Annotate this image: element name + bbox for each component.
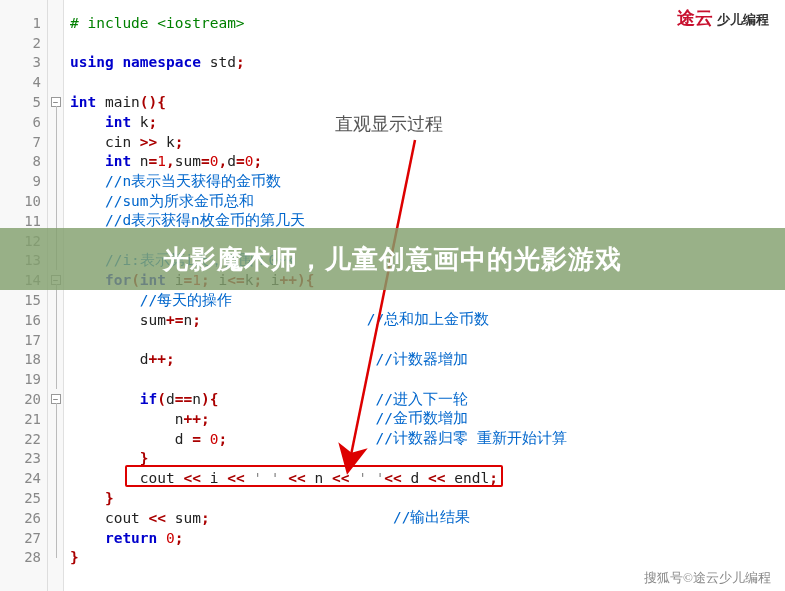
token-id: sum — [175, 153, 201, 169]
token-id: sum — [70, 312, 166, 328]
fold-cell — [48, 152, 63, 172]
token-op: } — [70, 549, 79, 565]
code-line[interactable]: return 0; — [64, 528, 785, 548]
code-line[interactable]: //每天的操作 — [64, 290, 785, 310]
line-number: 7 — [0, 132, 47, 152]
token-id: n — [184, 312, 193, 328]
fold-cell — [48, 290, 63, 310]
fold-cell — [48, 350, 63, 370]
token-op: = — [236, 153, 245, 169]
line-number: 5 — [0, 92, 47, 112]
line-number: 24 — [0, 468, 47, 488]
token-pp: # include <iostream> — [70, 15, 245, 31]
token-id — [201, 312, 367, 328]
code-line[interactable]: } — [64, 488, 785, 508]
overlay-title: 光影魔术师，儿童创意画中的光影游戏 — [163, 242, 622, 277]
line-number: 28 — [0, 548, 47, 568]
token-op: ; — [149, 114, 158, 130]
token-id: d — [70, 431, 192, 447]
fold-cell — [48, 330, 63, 350]
line-number: 6 — [0, 112, 47, 132]
line-number: 19 — [0, 369, 47, 389]
token-id — [70, 391, 140, 407]
line-number: 20 — [0, 389, 47, 409]
fold-column: −−− — [48, 0, 64, 591]
watermark-text: 搜狐号©途云少儿编程 — [644, 569, 771, 587]
code-line[interactable]: using namespace std; — [64, 53, 785, 73]
line-number: 8 — [0, 152, 47, 172]
code-line[interactable] — [64, 369, 785, 389]
line-number: 1 — [0, 13, 47, 33]
line-number: 2 — [0, 33, 47, 53]
token-id — [210, 510, 393, 526]
token-op: ++; — [149, 351, 175, 367]
token-id: n — [70, 411, 184, 427]
code-line[interactable]: //n表示当天获得的金币数 — [64, 171, 785, 191]
line-number: 4 — [0, 72, 47, 92]
token-op: += — [166, 312, 183, 328]
code-line[interactable] — [64, 33, 785, 53]
token-num: 0 — [210, 153, 219, 169]
code-line[interactable] — [64, 72, 785, 92]
token-num: 0 — [166, 530, 175, 546]
token-id — [227, 431, 375, 447]
token-id: k — [157, 134, 174, 150]
highlight-rectangle — [125, 465, 503, 487]
code-area[interactable]: # include <iostream>using namespace std;… — [64, 0, 785, 591]
token-op: , — [218, 153, 227, 169]
fold-cell — [48, 429, 63, 449]
token-kw: int — [70, 94, 96, 110]
token-id: d — [70, 351, 149, 367]
token-op: ; — [175, 530, 184, 546]
line-number: 9 — [0, 171, 47, 191]
fold-cell — [48, 449, 63, 469]
code-line[interactable]: d = 0; //计数器归零 重新开始计算 — [64, 429, 785, 449]
token-id — [175, 351, 376, 367]
line-number: 3 — [0, 53, 47, 73]
code-line[interactable]: cout << sum; //输出结果 — [64, 508, 785, 528]
token-op: << — [149, 510, 166, 526]
token-id: k — [131, 114, 148, 130]
token-op: = — [201, 153, 210, 169]
token-cm: //计数器增加 — [376, 350, 468, 369]
fold-cell — [48, 488, 63, 508]
code-line[interactable]: d++; //计数器增加 — [64, 350, 785, 370]
title-overlay: 光影魔术师，儿童创意画中的光影游戏 — [0, 228, 785, 290]
token-cm: //输出结果 — [393, 508, 470, 527]
line-number: 16 — [0, 310, 47, 330]
line-number: 10 — [0, 191, 47, 211]
token-op: ){ — [201, 391, 218, 407]
fold-cell[interactable]: − — [48, 92, 63, 112]
token-id: d — [227, 153, 236, 169]
token-op: ; — [253, 153, 262, 169]
code-line[interactable]: //sum为所求金币总和 — [64, 191, 785, 211]
fold-cell — [48, 53, 63, 73]
line-number-gutter: 1234567891011121314151617181920212223242… — [0, 0, 48, 591]
code-line[interactable] — [64, 330, 785, 350]
token-id: cin — [70, 134, 140, 150]
line-number: 21 — [0, 409, 47, 429]
token-kw: using namespace — [70, 54, 201, 70]
token-id — [70, 530, 105, 546]
line-number: 27 — [0, 528, 47, 548]
brand-sub: 少儿编程 — [717, 12, 769, 27]
code-line[interactable]: int main(){ — [64, 92, 785, 112]
code-line[interactable]: sum+=n; //总和加上金币数 — [64, 310, 785, 330]
code-line[interactable]: } — [64, 548, 785, 568]
token-cm: //sum为所求金币总和 — [105, 192, 254, 211]
fold-cell — [48, 369, 63, 389]
code-line[interactable]: if(d==n){ //进入下一轮 — [64, 389, 785, 409]
fold-cell[interactable]: − — [48, 389, 63, 409]
token-id: cout — [70, 510, 149, 526]
token-id — [218, 391, 375, 407]
line-number: 23 — [0, 449, 47, 469]
code-line[interactable]: n++; //金币数增加 — [64, 409, 785, 429]
fold-cell — [48, 13, 63, 33]
token-cm: //计数器归零 重新开始计算 — [376, 429, 567, 448]
code-line[interactable]: int n=1,sum=0,d=0; — [64, 152, 785, 172]
token-id: main — [96, 94, 140, 110]
token-id: sum — [166, 510, 201, 526]
brand-name: 途云 — [677, 8, 713, 28]
token-op: ; — [236, 54, 245, 70]
token-op: ( — [157, 391, 166, 407]
